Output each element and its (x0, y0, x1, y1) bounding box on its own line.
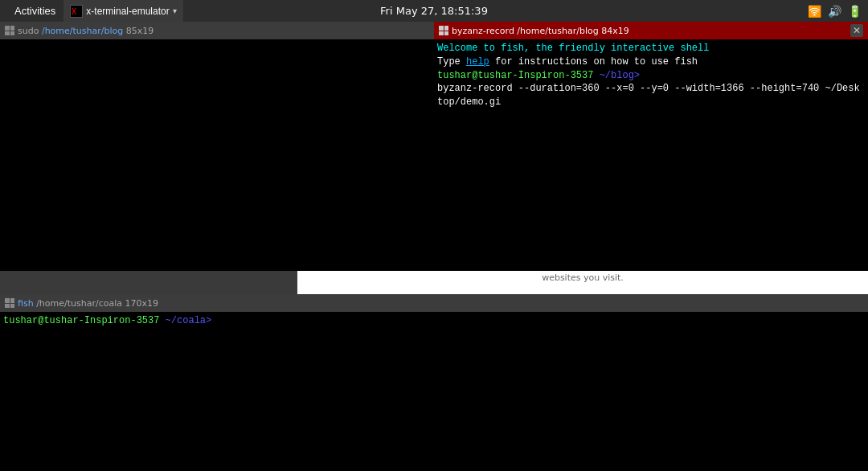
terminal-app-label: x-terminal-emulator (86, 6, 169, 17)
terminal-taskbar-icon: X (70, 5, 83, 18)
terminal-dropdown-icon[interactable]: ▾ (173, 6, 177, 15)
terminal-left-titlebar: sudo /home/tushar/blog 85x19 (0, 22, 434, 39)
system-bar-left: Activities X x-terminal-emulator ▾ (6, 0, 183, 22)
terminal-right-titlebar-left: byzanz-record /home/tushar/blog 84x19 (439, 26, 629, 36)
terminal-right-content: Welcome to fish, the friendly interactiv… (437, 42, 865, 109)
terminal-bottom-content: tushar@tushar-Inspiron-3537 ~/coala> (3, 314, 865, 328)
terminal-right-title: byzanz-record /home/tushar/blog 84x19 (452, 26, 629, 36)
terminal-bottom-body[interactable]: tushar@tushar-Inspiron-3537 ~/coala> (0, 312, 868, 471)
system-tray: 🛜 🔊 🔋 (808, 5, 862, 18)
terminal-bottom-title: fish /home/tushar/coala 170x19 (18, 298, 158, 309)
svg-text:X: X (72, 7, 76, 16)
terminal-bottom-titlebar: fish /home/tushar/coala 170x19 (0, 294, 868, 312)
terminal-bottom[interactable]: fish /home/tushar/coala 170x19 tushar@tu… (0, 294, 868, 471)
terminal-app-button[interactable]: X x-terminal-emulator ▾ (63, 0, 182, 22)
terminal-grid-icon (5, 26, 14, 35)
system-datetime: Fri May 27, 18:51:39 (380, 5, 488, 17)
terminal-left-body[interactable] (0, 39, 434, 271)
battery-icon: 🔋 (848, 5, 862, 18)
activities-button[interactable]: Activities (6, 0, 63, 22)
fish-help-line: Type help for instructions on how to use… (437, 55, 865, 69)
fish-welcome-line: Welcome to fish, the friendly interactiv… (437, 42, 865, 55)
terminal-right-body[interactable]: Welcome to fish, the friendly interactiv… (434, 39, 868, 271)
system-bar: Activities X x-terminal-emulator ▾ Fri M… (0, 0, 868, 22)
terminal-right[interactable]: byzanz-record /home/tushar/blog 84x19 ✕ … (434, 22, 868, 271)
terminal-right-close[interactable]: ✕ (850, 24, 863, 37)
terminal-left[interactable]: sudo /home/tushar/blog 85x19 (0, 22, 434, 271)
terminal-left-title: sudo /home/tushar/blog 85x19 (18, 26, 154, 36)
terminal-right-grid-icon (439, 26, 448, 35)
fish-prompt-line: tushar@tushar-Inspiron-3537 ~/blog> (437, 69, 865, 83)
terminal-bottom-prompt: tushar@tushar-Inspiron-3537 ~/coala> (3, 314, 865, 328)
terminal-right-titlebar: byzanz-record /home/tushar/blog 84x19 ✕ (434, 22, 868, 39)
terminal-bottom-titlebar-left: fish /home/tushar/coala 170x19 (5, 298, 158, 309)
main-area: 📄 The Linux Kernel 📁 GSOC 📁 Google 📁 MOO… (0, 22, 868, 471)
sound-icon: 🔊 (828, 5, 841, 18)
terminal-bottom-grid-icon (5, 298, 14, 308)
wifi-icon: 🛜 (808, 5, 821, 18)
terminal-left-titlebar-left: sudo /home/tushar/blog 85x19 (5, 26, 154, 36)
fish-command-line: byzanz-record --duration=360 --x=0 --y=0… (437, 82, 865, 109)
